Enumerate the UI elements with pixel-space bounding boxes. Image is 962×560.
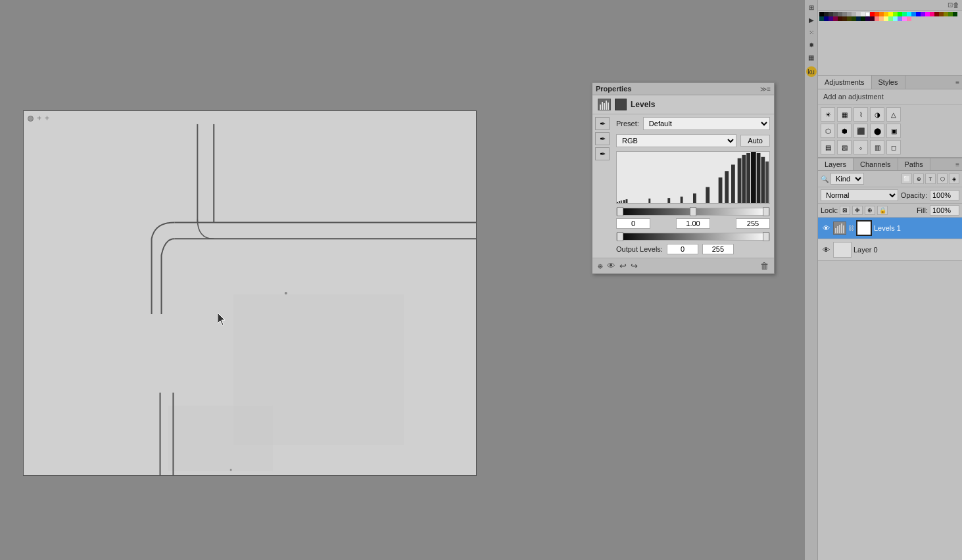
swatch-cell[interactable]	[852, 16, 856, 21]
swatch-cell[interactable]	[875, 16, 879, 21]
undo-btn[interactable]: ↩	[619, 261, 627, 271]
adj-selectivecolor-btn[interactable]: ▧	[837, 140, 852, 154]
swatch-cell[interactable]	[829, 12, 833, 16]
delete-adjustment-btn[interactable]: 🗑	[760, 261, 769, 271]
fill-input[interactable]	[930, 205, 959, 216]
swatch-cell[interactable]	[944, 12, 948, 16]
swatch-cell[interactable]	[870, 16, 875, 21]
swatch-red[interactable]	[870, 12, 875, 16]
lock-all-btn[interactable]: 🔒	[877, 206, 888, 215]
swatch-blue[interactable]	[916, 12, 921, 16]
lock-checkerboard-btn[interactable]: ⊠	[840, 206, 850, 215]
swatch-cell[interactable]	[842, 16, 847, 21]
white-input[interactable]	[736, 218, 770, 229]
swatch-black[interactable]	[819, 12, 824, 16]
blend-mode-select[interactable]: Normal	[821, 189, 898, 201]
swatch-cell[interactable]	[884, 16, 888, 21]
adj-levels-btn[interactable]: ▦	[837, 107, 852, 122]
output-white-input[interactable]	[702, 244, 734, 254]
swatch-cell[interactable]	[902, 12, 907, 16]
swatch-cell[interactable]	[893, 16, 898, 21]
filter-smart-btn[interactable]: ◈	[949, 174, 959, 184]
swatch-white[interactable]	[865, 12, 870, 16]
input-slider-track[interactable]	[616, 208, 770, 216]
swatch-cell[interactable]	[861, 12, 865, 16]
adj-invert-btn[interactable]: ◻	[886, 140, 901, 154]
filter-shape-btn[interactable]: ⬡	[937, 174, 948, 184]
adj-bw-btn[interactable]: ⬛	[854, 124, 868, 138]
swatch-cell[interactable]	[838, 12, 842, 16]
mid-point-handle[interactable]	[690, 207, 696, 216]
tab-styles[interactable]: Styles	[872, 76, 905, 89]
swatch-cell[interactable]	[939, 12, 944, 16]
tool-histogram-icon[interactable]: ▦	[808, 54, 814, 61]
layer-visibility-levels1[interactable]: 👁	[821, 223, 831, 233]
swatch-cell[interactable]	[898, 16, 902, 21]
adj-panel-menu[interactable]: ≡	[953, 76, 962, 89]
adj-channelmixer-btn[interactable]: ▣	[886, 124, 901, 138]
swatch-cell[interactable]	[861, 16, 865, 21]
black-point-handle[interactable]	[617, 207, 623, 216]
adj-threshold-btn[interactable]: ⬦	[854, 140, 868, 154]
adj-curves-btn[interactable]: ⌇	[854, 107, 868, 122]
swatch-cell[interactable]	[907, 16, 911, 21]
mid-input[interactable]	[676, 218, 710, 229]
adj-photofilter-btn[interactable]: ⬤	[870, 124, 884, 138]
adj-exposure-btn[interactable]: ◑	[870, 107, 884, 122]
tool-ku-icon[interactable]: ku	[806, 66, 817, 77]
swatch-cell[interactable]	[824, 12, 829, 16]
swatch-cell[interactable]	[819, 16, 824, 21]
auto-button[interactable]: Auto	[740, 135, 770, 147]
swatch-cell[interactable]	[879, 12, 884, 16]
black-input[interactable]	[616, 218, 650, 229]
swatches-menu-btn[interactable]: 🗑	[953, 1, 959, 9]
clip-to-layer-btn[interactable]: ⎈	[598, 261, 603, 271]
layers-panel-menu[interactable]: ≡	[953, 158, 962, 170]
swatch-cell[interactable]	[930, 12, 934, 16]
sample-gray-eyedropper[interactable]: ✒	[595, 132, 610, 145]
swatch-cell[interactable]	[879, 16, 884, 21]
adj-brightness-btn[interactable]: ☀	[821, 107, 835, 122]
output-black-input[interactable]	[667, 244, 698, 254]
swatch-cyan[interactable]	[907, 12, 911, 16]
layer-row-layer0[interactable]: 👁 Layer 0	[818, 239, 962, 261]
output-black-handle[interactable]	[617, 232, 623, 241]
filter-type-select[interactable]: Kind	[830, 173, 864, 185]
swatch-cell[interactable]	[856, 12, 861, 16]
lock-move-btn[interactable]: ✙	[852, 206, 863, 215]
tool-grid-icon[interactable]: ⊞	[809, 4, 814, 11]
tab-paths[interactable]: Paths	[898, 158, 930, 170]
filter-pixel-btn[interactable]: ⬜	[902, 174, 912, 184]
swatch-cell[interactable]	[838, 16, 842, 21]
swatch-cell[interactable]	[934, 12, 939, 16]
swatch-cell[interactable]	[847, 16, 852, 21]
sample-black-eyedropper[interactable]: ✒	[595, 117, 610, 130]
swatch-cell[interactable]	[829, 16, 833, 21]
swatch-cell[interactable]	[852, 12, 856, 16]
tool-star-icon[interactable]: ✸	[809, 41, 814, 49]
swatch-cell[interactable]	[833, 12, 838, 16]
swatch-cell[interactable]	[824, 16, 829, 21]
tab-channels[interactable]: Channels	[854, 158, 898, 170]
sample-white-eyedropper[interactable]: ✒	[595, 147, 610, 160]
swatch-cell[interactable]	[953, 12, 957, 16]
adj-colorbalance-btn[interactable]: ⬢	[837, 124, 852, 138]
tool-play-icon[interactable]: ▶	[809, 16, 814, 24]
redo-btn[interactable]: ↪	[631, 261, 638, 271]
swatch-cell[interactable]	[856, 16, 861, 21]
swatch-cell[interactable]	[833, 16, 838, 21]
swatch-magenta[interactable]	[925, 12, 930, 16]
lock-artboard-btn[interactable]: ⊕	[865, 206, 875, 215]
swatch-yellow[interactable]	[888, 12, 893, 16]
layer-row-levels1[interactable]: 👁 ⛓ Levels 1	[818, 218, 962, 239]
canvas-plus2-icon[interactable]: +	[45, 114, 49, 123]
swatch-cell[interactable]	[902, 16, 907, 21]
tab-adjustments[interactable]: Adjustments	[818, 76, 872, 89]
prev-state-btn[interactable]: 👁	[607, 261, 615, 271]
opacity-input[interactable]	[930, 190, 959, 200]
canvas-plus1-icon[interactable]: +	[37, 114, 41, 123]
tab-layers[interactable]: Layers	[818, 158, 854, 170]
swatch-cell[interactable]	[911, 12, 916, 16]
swatch-cell[interactable]	[948, 12, 953, 16]
swatch-cell[interactable]	[875, 12, 879, 16]
